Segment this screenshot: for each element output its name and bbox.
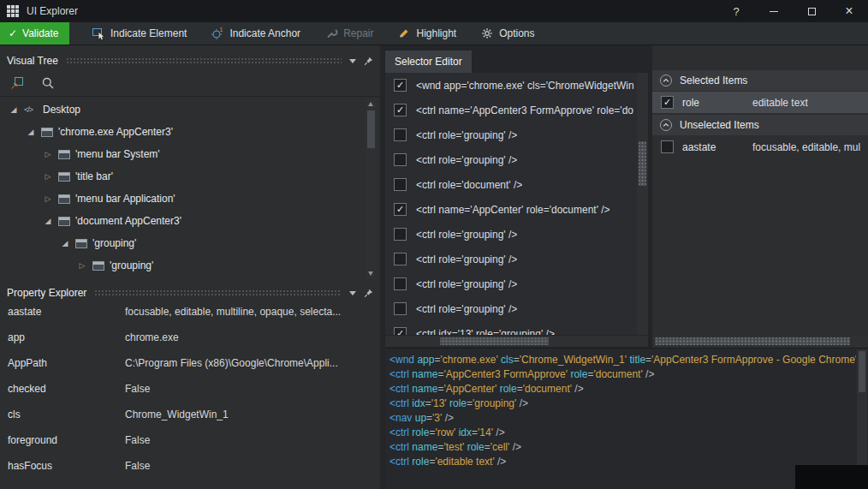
indicate-anchor-button[interactable]: 1 Indicate Anchor — [209, 22, 302, 45]
indicate-anchor-icon: 1 — [211, 27, 224, 40]
property-value: C:\Program Files (x86)\Google\Chrome\App… — [125, 357, 377, 369]
selector-node-row[interactable]: <ctrl role='document' /> — [385, 172, 637, 197]
search-button[interactable] — [41, 76, 55, 92]
panel-menu-caret-icon[interactable] — [349, 291, 356, 295]
tree-item[interactable]: ▷'title bar' — [0, 165, 366, 188]
scrollbar-thumb[interactable] — [655, 337, 850, 345]
selector-list-vscrollbar[interactable] — [637, 73, 648, 335]
indicate-element-button[interactable]: Indicate Element — [90, 22, 188, 45]
selector-node-row[interactable]: <ctrl role='grouping' /> — [385, 147, 637, 172]
property-row[interactable]: hasFocusFalse — [0, 453, 377, 479]
close-button[interactable]: × — [830, 0, 868, 22]
checkbox-unchecked[interactable] — [394, 302, 407, 315]
selector-node-list: ✓<wnd app='chrome.exe' cls='ChromeWidget… — [385, 73, 637, 335]
unselected-items-label: Unselected Items — [680, 119, 759, 131]
tree-item[interactable]: ◢</>Desktop — [0, 98, 366, 121]
tree-item[interactable]: ◢'grouping' — [0, 232, 366, 254]
tree-item[interactable]: ▷'grouping' — [0, 254, 366, 277]
tree-item[interactable]: ◢'chrome.exe AppCenter3' — [0, 121, 366, 143]
selector-node-row[interactable]: ✓<wnd app='chrome.exe' cls='ChromeWidget… — [385, 73, 637, 98]
selector-node-row[interactable]: <ctrl role='grouping' /> — [385, 122, 637, 147]
tree-expander-icon[interactable]: ◢ — [9, 105, 19, 114]
tab-selector-editor[interactable]: Selector Editor — [385, 51, 472, 73]
selector-node-row[interactable]: <ctrl role='grouping' /> — [385, 296, 637, 321]
checkbox-checked[interactable]: ✓ — [661, 96, 674, 109]
checkbox-checked[interactable]: ✓ — [394, 104, 407, 116]
unselected-items-header[interactable]: Unselected Items — [652, 115, 868, 135]
tree-item[interactable]: ▷'menu bar Application' — [0, 188, 366, 210]
search-icon — [41, 76, 55, 90]
checkbox-unchecked[interactable] — [394, 228, 407, 241]
validate-button[interactable]: ✓ Validate — [0, 22, 69, 45]
checkbox-unchecked[interactable] — [661, 140, 674, 153]
property-row[interactable]: checkedFalse — [0, 376, 377, 402]
selector-node-row[interactable]: ✓<ctrl idx='13' role='grouping' /> — [385, 321, 637, 335]
selector-list-hscrollbar[interactable] — [385, 336, 648, 347]
panel-drag-grip[interactable] — [94, 289, 342, 297]
selector-node-row[interactable]: <ctrl role='grouping' /> — [385, 222, 637, 247]
scroll-up-arrow-icon[interactable] — [368, 102, 373, 106]
checkbox-unchecked[interactable] — [394, 277, 407, 290]
property-row[interactable]: appchrome.exe — [0, 325, 377, 350]
checkbox-unchecked[interactable] — [394, 153, 407, 166]
repair-button[interactable]: Repair — [323, 22, 375, 45]
attribute-name: aastate — [682, 141, 744, 153]
xml-line: <wnd app='chrome.exe' cls='Chrome_Widget… — [389, 353, 856, 367]
scrollbar-thumb[interactable] — [440, 337, 549, 345]
scrollbar-thumb[interactable] — [367, 110, 375, 148]
property-row[interactable]: AppPathC:\Program Files (x86)\Google\Chr… — [0, 350, 377, 376]
window-icon — [75, 239, 87, 248]
property-row[interactable]: foregroundFalse — [0, 427, 377, 453]
scroll-down-arrow-icon[interactable] — [368, 271, 373, 276]
tree-expander-icon[interactable]: ▷ — [43, 150, 53, 158]
pin-button[interactable] — [364, 57, 373, 66]
options-button[interactable]: Options — [479, 22, 536, 45]
options-label: Options — [499, 27, 534, 39]
attributes-panel: Selected Items ✓roleeditable text Unsele… — [652, 45, 868, 348]
property-name: AppPath — [0, 357, 125, 369]
tree-expander-icon[interactable]: ◢ — [26, 128, 36, 136]
tree-expander-icon[interactable]: ▷ — [43, 172, 53, 181]
checkbox-unchecked[interactable] — [394, 178, 407, 191]
tree-expander-icon[interactable]: ▷ — [43, 194, 53, 203]
selector-node-text: <ctrl idx='13' role='grouping' /> — [416, 328, 555, 336]
checkbox-checked[interactable]: ✓ — [394, 79, 407, 92]
panel-drag-grip[interactable] — [66, 57, 342, 65]
attribute-row[interactable]: ✓roleeditable text — [652, 92, 868, 113]
collapse-circle-icon[interactable] — [659, 74, 673, 87]
panel-menu-caret-icon[interactable] — [349, 59, 356, 63]
locate-element-button[interactable] — [10, 76, 24, 92]
pin-button[interactable] — [364, 289, 373, 298]
scrollbar-thumb[interactable] — [639, 141, 646, 186]
selector-node-row[interactable]: ✓<ctrl name='AppCenter' role='document' … — [385, 197, 637, 222]
tree-expander-icon[interactable]: ◢ — [60, 239, 70, 247]
attributes-hscrollbar[interactable] — [652, 336, 868, 347]
checkbox-checked[interactable]: ✓ — [394, 203, 407, 216]
highlight-button[interactable]: Highlight — [395, 22, 458, 45]
checkbox-unchecked[interactable] — [394, 253, 407, 265]
tree-item[interactable]: ◢'document AppCenter3' — [0, 210, 366, 232]
selector-node-row[interactable]: ✓<ctrl name='AppCenter3 FormApprove' rol… — [385, 98, 637, 122]
maximize-button[interactable] — [793, 0, 830, 22]
property-row[interactable]: clsChrome_WidgetWin_1 — [0, 402, 377, 427]
visual-tree-scrollbar[interactable] — [366, 98, 377, 279]
help-button[interactable]: ? — [717, 0, 755, 22]
tree-item[interactable]: ▷'menu bar System' — [0, 143, 366, 165]
selector-node-row[interactable]: <ctrl role='grouping' /> — [385, 271, 637, 296]
left-panel: Visual Tree — [0, 45, 380, 489]
checkbox-checked[interactable]: ✓ — [394, 327, 407, 335]
checkbox-unchecked[interactable] — [394, 128, 407, 141]
window-icon — [58, 194, 70, 204]
minimize-button[interactable] — [755, 0, 793, 22]
tree-expander-icon[interactable]: ◢ — [43, 217, 53, 225]
collapse-circle-icon[interactable] — [659, 118, 673, 132]
scrollbar-thumb[interactable] — [859, 351, 865, 392]
selector-node-text: <ctrl role='grouping' /> — [416, 229, 517, 241]
highlight-label: Highlight — [416, 27, 456, 39]
attribute-row[interactable]: aastatefocusable, editable, mul — [652, 136, 868, 158]
property-row[interactable]: aastatefocusable, editable, multiline, o… — [0, 299, 377, 325]
selected-items-header[interactable]: Selected Items — [652, 70, 868, 91]
tree-item-label: 'menu bar System' — [75, 148, 160, 160]
tree-expander-icon[interactable]: ▷ — [77, 261, 87, 270]
selector-node-row[interactable]: <ctrl role='grouping' /> — [385, 247, 637, 271]
